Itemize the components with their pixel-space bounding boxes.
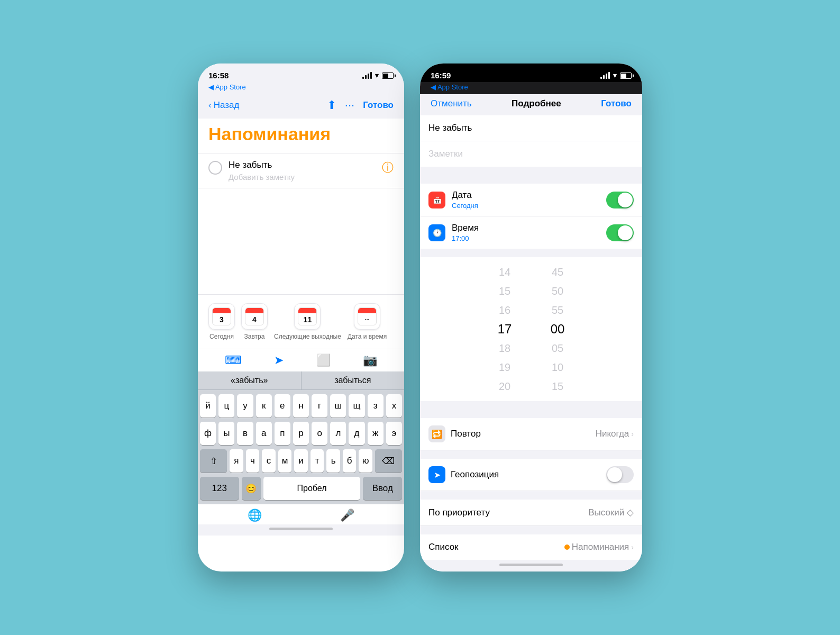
reminder-main-text: Не забыть [229, 160, 377, 170]
key-row-3: ⇧ я ч с м и т ь б ю ⌫ [200, 449, 402, 473]
right-battery-icon [620, 72, 632, 79]
key-ф[interactable]: ф [200, 422, 216, 445]
right-nav: Отменить Подробнее Готово [420, 94, 642, 115]
key-у[interactable]: у [237, 394, 253, 418]
cancel-button[interactable]: Отменить [431, 98, 472, 109]
title-input[interactable]: Не забыть [420, 115, 642, 141]
emoji-key[interactable]: 😊 [242, 477, 261, 500]
date-toggle[interactable] [606, 192, 634, 208]
key-ш[interactable]: ш [330, 394, 346, 418]
quick-date-datetime[interactable]: ··· Дата и время [348, 303, 387, 340]
key-и[interactable]: и [294, 449, 308, 473]
mic-icon[interactable]: 🎤 [340, 509, 354, 522]
clock-icon: 🕐 [428, 224, 445, 241]
quick-date-today[interactable]: 3 Сегодня [208, 303, 235, 340]
minutes-picker[interactable]: 45 50 55 00 05 10 15 [531, 262, 584, 396]
key-о[interactable]: о [312, 422, 327, 445]
quick-date-weekend[interactable]: 11 Следующие выходные [274, 303, 341, 340]
left-appstore-bar: ◀ App Store [198, 82, 404, 94]
reminder-item[interactable]: Не забыть Добавить заметку ⓘ [198, 153, 404, 188]
suggestion-2[interactable]: забыться [302, 371, 405, 389]
repeat-value: Никогда › [596, 429, 634, 439]
section-gap-1 [420, 175, 642, 184]
key-а[interactable]: а [256, 422, 272, 445]
globe-icon[interactable]: 🌐 [248, 509, 262, 522]
done-button[interactable]: Готово [363, 100, 394, 111]
key-щ[interactable]: щ [349, 394, 364, 418]
quick-date-tomorrow[interactable]: 4 Завтра [241, 303, 268, 340]
shift-key[interactable]: ⇧ [200, 449, 227, 473]
enter-key[interactable]: Ввод [363, 477, 402, 500]
key-ы[interactable]: ы [218, 422, 234, 445]
key-ц[interactable]: ц [218, 394, 234, 418]
suggestion-1[interactable]: «забыть» [198, 371, 302, 389]
key-ж[interactable]: ж [368, 422, 384, 445]
section-gap-2 [420, 410, 642, 418]
time-label: Время 17:00 [452, 223, 606, 242]
info-button[interactable]: ⓘ [382, 160, 394, 176]
key-ч[interactable]: ч [246, 449, 260, 473]
right-wifi-icon: ▾ [613, 71, 617, 79]
key-р[interactable]: р [293, 422, 309, 445]
repeat-chevron-icon: › [631, 430, 634, 438]
more-button[interactable]: ··· [345, 98, 354, 112]
key-д[interactable]: д [349, 422, 364, 445]
key-т[interactable]: т [311, 449, 324, 473]
hours-picker[interactable]: 14 15 16 17 18 19 20 [478, 262, 531, 396]
flag-button[interactable]: ⬜ [316, 353, 331, 367]
back-button[interactable]: ‹ Назад [208, 100, 239, 111]
share-button[interactable]: ⬆ [327, 98, 336, 112]
key-ю[interactable]: ю [359, 449, 372, 473]
time-picker[interactable]: 14 15 16 17 18 19 20 45 50 55 00 05 10 1… [420, 257, 642, 401]
location-toggle[interactable] [606, 466, 634, 483]
repeat-row[interactable]: 🔁 Повтор Никогда › [420, 418, 642, 450]
quick-date-weekend-label: Следующие выходные [274, 333, 341, 340]
key-л[interactable]: л [330, 422, 346, 445]
keyboard: «забыть» забыться й ц у к е н г ш щ з х [198, 371, 404, 504]
priority-label: По приоритету [428, 507, 490, 518]
location-row[interactable]: ➤ Геопозиция [420, 459, 642, 491]
space-key[interactable]: Пробел [263, 477, 361, 500]
backspace-key[interactable]: ⌫ [375, 449, 402, 473]
detail-title: Подробнее [512, 98, 561, 109]
numbers-key[interactable]: 123 [200, 477, 239, 500]
key-э[interactable]: э [386, 422, 402, 445]
key-rows: й ц у к е н г ш щ з х ф ы в а [198, 390, 404, 504]
key-б[interactable]: б [343, 449, 357, 473]
time-row[interactable]: 🕐 Время 17:00 [420, 216, 642, 249]
right-done-button[interactable]: Готово [601, 98, 632, 109]
key-з[interactable]: з [368, 394, 384, 418]
priority-row[interactable]: По приоритету Высокий ◇ [420, 500, 642, 526]
key-row-2: ф ы в а п р о л д ж э [200, 422, 402, 445]
left-status-bar: 16:58 ▾ [198, 64, 404, 82]
key-г[interactable]: г [312, 394, 327, 418]
left-nav: ‹ Назад ⬆ ··· Готово [198, 94, 404, 119]
section-gap-3 [420, 450, 642, 459]
notes-input[interactable]: Заметки [420, 141, 642, 167]
key-м[interactable]: м [278, 449, 292, 473]
key-п[interactable]: п [275, 422, 290, 445]
camera-button[interactable]: 📷 [363, 353, 377, 367]
right-home-bar [499, 564, 563, 566]
key-к[interactable]: к [256, 394, 272, 418]
key-х[interactable]: х [386, 394, 402, 418]
keyboard-button[interactable]: ⌨ [225, 353, 242, 367]
date-row[interactable]: 📅 Дата Сегодня [420, 184, 642, 216]
key-я[interactable]: я [230, 449, 243, 473]
key-н[interactable]: н [293, 394, 309, 418]
key-й[interactable]: й [200, 394, 216, 418]
location-button[interactable]: ➤ [274, 353, 284, 367]
key-е[interactable]: е [275, 394, 290, 418]
time-toggle[interactable] [606, 224, 634, 241]
location-icon: ➤ [428, 466, 445, 483]
right-phone: 16:59 ▾ ◀ App Store Отменить Подробнее [420, 64, 642, 572]
list-row[interactable]: Список Напоминания › [420, 534, 642, 560]
priority-value: Высокий ◇ [588, 507, 634, 518]
key-с[interactable]: с [262, 449, 276, 473]
right-signal-icon [600, 72, 610, 79]
toolbar-row: ⌨ ➤ ⬜ 📷 [198, 349, 404, 371]
reminder-checkbox[interactable] [208, 161, 222, 175]
list-dot-icon [564, 545, 570, 550]
key-ь[interactable]: ь [326, 449, 340, 473]
key-в[interactable]: в [237, 422, 253, 445]
